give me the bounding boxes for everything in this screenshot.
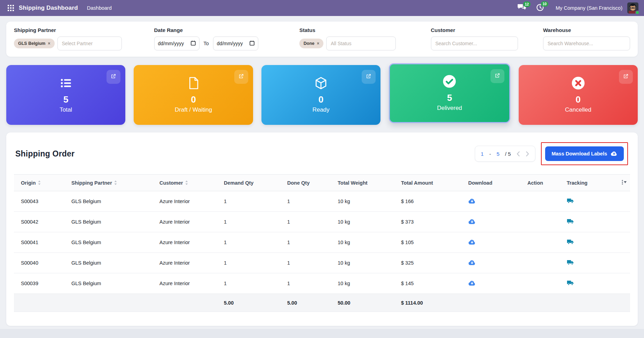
external-link-icon <box>623 73 629 81</box>
date-to-value: dd/mm/yyyy <box>217 41 243 46</box>
cloud-download-icon[interactable] <box>468 280 476 286</box>
truck-icon[interactable] <box>567 259 574 265</box>
cell-demand-qty: 1 <box>224 273 287 294</box>
col-shipping-partner[interactable]: Shipping Partner <box>71 180 117 186</box>
remove-partner-tag-icon[interactable]: × <box>48 41 50 46</box>
cloud-download-icon[interactable] <box>468 259 476 265</box>
total-done-qty: 5.00 <box>287 294 338 312</box>
chevron-right-icon[interactable] <box>526 151 529 156</box>
cell-total-amount: $ 105 <box>401 232 468 253</box>
stat-card-delivered[interactable]: 5 Delivered <box>389 63 510 123</box>
cloud-download-icon[interactable] <box>468 218 476 224</box>
app-title[interactable]: Shipping Dashboard <box>19 5 78 11</box>
page-separator: - <box>489 151 491 157</box>
cell-shipping-partner: GLS Belgium <box>71 212 159 232</box>
table-row[interactable]: S00040 GLS Belgium Azure Interior 1 1 10… <box>14 253 630 273</box>
page-first[interactable]: 1 <box>481 151 484 157</box>
cell-customer: Azure Interior <box>159 212 224 232</box>
messages-button[interactable]: 12 <box>518 4 526 12</box>
cell-total-amount: $ 325 <box>401 253 468 273</box>
cell-demand-qty: 1 <box>224 232 287 253</box>
page-last[interactable]: 5 <box>496 151 499 157</box>
status-tag-label: Done <box>304 41 314 46</box>
calendar-icon[interactable] <box>191 40 196 47</box>
cell-origin: S00039 <box>14 273 71 294</box>
chevron-left-icon[interactable] <box>516 151 520 156</box>
total-amount: $ 1114.00 <box>401 294 468 312</box>
check-circle-icon <box>442 73 456 90</box>
box-icon <box>315 75 327 91</box>
open-records-button[interactable] <box>362 70 376 84</box>
remove-status-tag-icon[interactable]: × <box>317 41 319 46</box>
partner-tag-label: GLS Belgium <box>18 41 45 46</box>
status-tag[interactable]: Done × <box>299 39 323 48</box>
table-header-row: Origin Shipping Partner Customer Demand … <box>14 175 630 191</box>
truck-icon[interactable] <box>567 280 574 286</box>
company-switcher[interactable]: My Company (San Francisco) <box>556 5 622 11</box>
open-records-button[interactable] <box>107 70 120 84</box>
cell-demand-qty: 1 <box>224 191 287 212</box>
top-navbar: Shipping Dashboard Dashboard 12 10 My Co… <box>0 0 644 16</box>
filter-status: Status Done × <box>299 27 406 50</box>
cell-total-amount: $ 145 <box>401 273 468 294</box>
customer-search-input[interactable] <box>431 37 518 50</box>
truck-icon[interactable] <box>567 218 574 224</box>
column-options-icon[interactable] <box>622 180 627 185</box>
partner-search-input[interactable] <box>57 37 122 50</box>
mass-download-labels-button[interactable]: Mass Download Labels <box>545 146 624 161</box>
filter-warehouse: Warehouse <box>543 27 630 50</box>
page-title: Shipping Order <box>15 149 74 159</box>
stat-value: 5 <box>447 92 452 103</box>
stat-card-cancelled[interactable]: 0 Cancelled <box>519 65 638 125</box>
cell-customer: Azure Interior <box>159 253 224 273</box>
date-to-input[interactable]: dd/mm/yyyy <box>213 37 258 50</box>
date-to-label: To <box>202 41 210 46</box>
open-records-button[interactable] <box>619 70 633 84</box>
warehouse-search-input[interactable] <box>543 37 630 50</box>
cell-origin: S00043 <box>14 191 71 212</box>
date-from-input[interactable]: dd/mm/yyyy <box>154 37 199 50</box>
calendar-icon[interactable] <box>250 40 254 47</box>
partner-tag[interactable]: GLS Belgium × <box>14 39 55 48</box>
truck-icon[interactable] <box>567 239 574 245</box>
external-link-icon <box>494 72 501 80</box>
cell-total-amount: $ 373 <box>401 212 468 232</box>
col-demand-qty: Demand Qty <box>224 175 287 191</box>
truck-icon[interactable] <box>567 198 574 204</box>
table-row[interactable]: S00041 GLS Belgium Azure Interior 1 1 10… <box>14 232 630 253</box>
cell-done-qty: 1 <box>287 212 338 232</box>
filter-date-range: Date Range dd/mm/yyyy To dd/mm/yyyy <box>154 27 274 50</box>
col-done-qty: Done Qty <box>287 175 338 191</box>
apps-grid-icon[interactable] <box>6 3 16 13</box>
table-totals-row: 5.00 5.00 50.00 $ 1114.00 <box>14 294 630 312</box>
page-total: / 5 <box>505 151 511 157</box>
stat-card-ready[interactable]: 0 Ready <box>261 65 380 125</box>
filter-label: Status <box>299 27 406 33</box>
table-row[interactable]: S00039 GLS Belgium Azure Interior 1 1 10… <box>14 273 630 294</box>
cloud-download-icon[interactable] <box>468 239 476 245</box>
user-menu[interactable] <box>627 2 638 14</box>
table-row[interactable]: S00043 GLS Belgium Azure Interior 1 1 10… <box>14 191 630 212</box>
stat-card-total[interactable]: 5 Total <box>6 65 125 125</box>
cell-shipping-partner: GLS Belgium <box>71 191 159 212</box>
cell-shipping-partner: GLS Belgium <box>71 232 159 253</box>
stat-value: 0 <box>191 94 196 105</box>
open-records-button[interactable] <box>234 70 248 84</box>
activities-button[interactable]: 10 <box>536 4 544 13</box>
stat-label: Ready <box>312 106 329 113</box>
external-link-icon <box>238 73 244 81</box>
stat-card-draft-waiting[interactable]: 0 Draft / Waiting <box>134 65 253 125</box>
col-customer[interactable]: Customer <box>159 180 188 186</box>
open-records-button[interactable] <box>490 69 504 83</box>
cell-done-qty: 1 <box>287 232 338 253</box>
cell-total-weight: 10 kg <box>338 191 401 212</box>
stat-value: 0 <box>319 94 323 105</box>
stat-label: Draft / Waiting <box>175 106 212 113</box>
cloud-download-icon[interactable] <box>468 198 476 204</box>
table-row[interactable]: S00042 GLS Belgium Azure Interior 1 1 10… <box>14 212 630 232</box>
cell-origin: S00042 <box>14 212 71 232</box>
col-origin[interactable]: Origin <box>21 180 41 186</box>
status-search-input[interactable] <box>326 37 396 50</box>
annotation-highlight: Mass Download Labels <box>541 142 628 165</box>
menu-dashboard[interactable]: Dashboard <box>87 5 112 11</box>
